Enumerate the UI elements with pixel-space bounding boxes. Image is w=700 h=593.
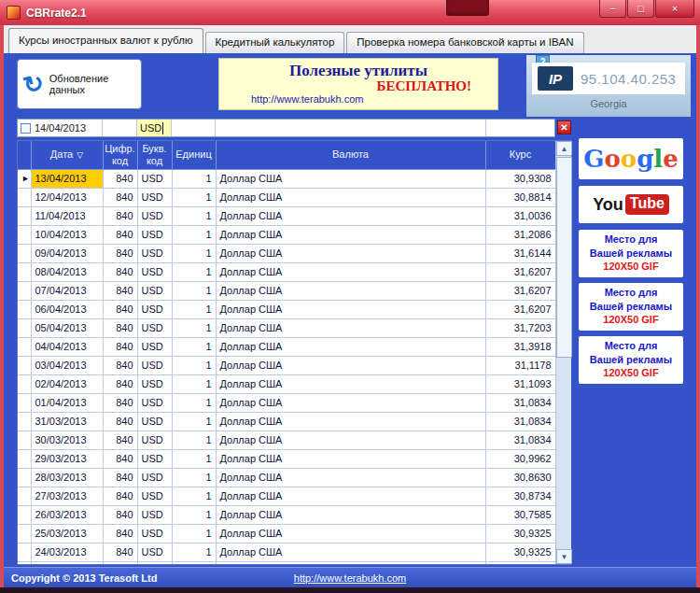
cell-date: 30/03/2013 [31, 431, 103, 449]
cell-rate: 31,3918 [485, 337, 555, 356]
table-row[interactable]: 09/04/2013840USD1Доллар США31,6144 [18, 244, 555, 262]
table-row[interactable]: 07/04/2013840USD1Доллар США31,6207 [18, 281, 555, 300]
table-row[interactable]: ►13/04/2013840USD1Доллар США30,9308 [18, 169, 555, 188]
header-indicator [18, 141, 31, 169]
maximize-button[interactable]: □ [627, 0, 654, 18]
promo-banner[interactable]: Полезные утилиты БЕСПЛАТНО! http://www.t… [218, 58, 498, 110]
close-filter-button[interactable]: ✕ [557, 120, 571, 134]
table-row[interactable]: 02/04/2013840USD1Доллар США31,1093 [18, 374, 555, 393]
table-row[interactable]: 23/03/2013840USD1Доллар США30,9325 [18, 561, 555, 564]
tab-currency-rates[interactable]: Курсы иностранных валют к рублю [8, 28, 203, 53]
youtube-ad-card[interactable]: You Tube [579, 186, 683, 223]
scroll-down-button[interactable]: ▼ [556, 549, 572, 564]
cell-num_code: 840 [103, 374, 137, 393]
cell-char_code: USD [137, 244, 172, 262]
date-filter-cell[interactable]: 14/04/2013 [18, 120, 103, 136]
table-row[interactable]: 10/04/2013840USD1Доллар США31,2086 [18, 225, 555, 244]
refresh-data-button[interactable]: ↻ Обновление данных [17, 59, 142, 109]
row-indicator [18, 244, 31, 262]
ad-placeholder[interactable]: Место для Вашей рекламы 120X50 GIF [579, 336, 683, 384]
table-row[interactable]: 31/03/2013840USD1Доллар США31,0834 [18, 412, 555, 431]
cell-rate: 31,6207 [485, 262, 555, 281]
row-indicator [18, 449, 31, 468]
column-header-currency[interactable]: Валюта [216, 141, 485, 169]
table-row[interactable]: 27/03/2013840USD1Доллар США30,8734 [18, 487, 555, 505]
cell-char_code: USD [137, 225, 172, 244]
title-bar: CBRrate2.1 − □ × [0, 0, 700, 25]
ad-placeholder[interactable]: Место для Вашей рекламы 120X50 GIF [579, 283, 683, 331]
minimize-button[interactable]: − [599, 0, 626, 18]
cell-rate: 31,2086 [485, 225, 555, 244]
table-row[interactable]: 01/04/2013840USD1Доллар США31,0834 [18, 393, 555, 412]
cell-currency: Доллар США [216, 393, 485, 412]
terabukh-link[interactable]: http://www.terabukh.com [294, 572, 406, 584]
row-indicator [18, 188, 31, 206]
column-header-numcode[interactable]: Цифр. код [103, 141, 137, 169]
row-indicator [18, 468, 31, 487]
column-header-units[interactable]: Единиц [172, 141, 216, 169]
cell-units: 1 [172, 300, 216, 318]
cell-rate: 31,6207 [485, 281, 555, 300]
google-ad-card[interactable]: Google [579, 138, 683, 179]
currency-filter-input[interactable]: USD [137, 120, 172, 136]
table-row[interactable]: 29/03/2013840USD1Доллар США30,9962 [18, 449, 555, 468]
cell-char_code: USD [137, 449, 172, 468]
cell-currency: Доллар США [216, 505, 485, 524]
table-row[interactable]: 11/04/2013840USD1Доллар США31,0036 [18, 206, 555, 225]
close-button[interactable]: × [655, 0, 694, 18]
cell-char_code: USD [137, 412, 172, 431]
cell-units: 1 [172, 337, 216, 356]
status-bar: Copyright © 2013 Terasoft Ltd http://www… [4, 567, 696, 587]
table-row[interactable]: 26/03/2013840USD1Доллар США30,7585 [18, 505, 555, 524]
table-row[interactable]: 06/04/2013840USD1Доллар США31,6207 [18, 300, 555, 318]
scroll-up-button[interactable]: ▲ [556, 141, 572, 156]
table-row[interactable]: 24/03/2013840USD1Доллар США30,9325 [18, 543, 555, 561]
cell-rate: 30,8814 [485, 188, 555, 206]
cell-num_code: 840 [103, 206, 137, 225]
cell-char_code: USD [137, 206, 172, 225]
banner-link[interactable]: http://www.terabukh.com [219, 93, 497, 105]
cell-num_code: 840 [103, 449, 137, 468]
table-row[interactable]: 04/04/2013840USD1Доллар США31,3918 [18, 337, 555, 356]
date-filter-checkbox[interactable] [21, 123, 31, 134]
tab-card-iban-check[interactable]: Проверка номера банковской карты и IBAN [346, 32, 583, 53]
scrollbar-thumb[interactable] [556, 157, 572, 358]
table-row[interactable]: 30/03/2013840USD1Доллар США31,0834 [18, 431, 555, 449]
date-filter-value[interactable]: 14/04/2013 [35, 122, 86, 134]
table-row[interactable]: 03/04/2013840USD1Доллар США31,1178 [18, 356, 555, 374]
cell-rate: 31,7203 [485, 318, 555, 337]
banner-title: Полезные утилиты [219, 62, 497, 80]
table-row[interactable]: 12/04/2013840USD1Доллар США30,8814 [18, 188, 555, 206]
cell-rate: 31,6144 [485, 244, 555, 262]
cell-num_code: 840 [103, 318, 137, 337]
cell-num_code: 840 [103, 225, 137, 244]
cell-num_code: 840 [103, 505, 137, 524]
cell-rate: 31,0834 [485, 412, 555, 431]
ad-placeholder[interactable]: Место для Вашей рекламы 120X50 GIF [579, 230, 683, 277]
table-row[interactable]: 28/03/2013840USD1Доллар США30,8630 [18, 468, 555, 487]
cell-date: 04/04/2013 [31, 337, 103, 356]
table-row[interactable]: 05/04/2013840USD1Доллар США31,7203 [18, 318, 555, 337]
cell-rate: 31,1178 [485, 356, 555, 374]
table-scrollbar[interactable]: ▲ ▼ [555, 141, 571, 564]
cell-units: 1 [172, 356, 216, 374]
cell-rate: 30,9308 [485, 169, 555, 188]
ip-informer[interactable]: 2 IP 95.104.40.253 Georgia [526, 55, 691, 117]
cell-units: 1 [172, 169, 216, 188]
row-indicator [18, 393, 31, 412]
cell-units: 1 [172, 561, 216, 564]
table-row[interactable]: 08/04/2013840USD1Доллар США31,6207 [18, 262, 555, 281]
tab-credit-calculator[interactable]: Кредитный калькулятор [205, 32, 345, 53]
refresh-icon: ↻ [21, 70, 47, 99]
cell-currency: Доллар США [216, 225, 485, 244]
cell-date: 27/03/2013 [31, 487, 103, 505]
row-indicator [18, 356, 31, 374]
cell-currency: Доллар США [216, 356, 485, 374]
column-header-charcode[interactable]: Букв. код [137, 141, 172, 169]
row-indicator [18, 561, 31, 564]
cell-char_code: USD [137, 262, 172, 281]
cell-rate: 30,8630 [485, 468, 555, 487]
table-row[interactable]: 25/03/2013840USD1Доллар США30,9325 [18, 524, 555, 543]
column-header-date[interactable]: Дата▽ [31, 141, 103, 169]
column-header-rate[interactable]: Курс [485, 141, 555, 169]
